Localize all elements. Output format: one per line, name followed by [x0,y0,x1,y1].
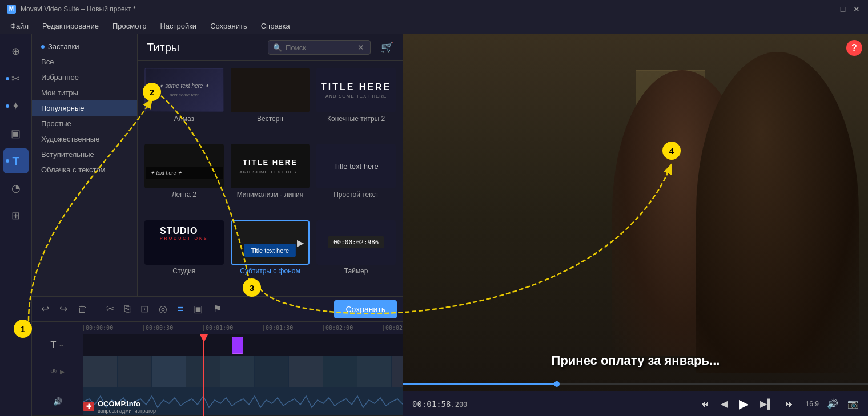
title-bar: M Movavi Video Suite – Новый проект * — … [0,0,868,18]
subtitle-track-header: T ↔ [32,334,83,356]
separator-1 [97,302,97,316]
vid-thumb-9 [357,356,392,387]
split-track-button[interactable]: ≡ [174,301,187,317]
screensavers-label: Заставки [48,42,79,51]
save-button[interactable]: Сохранить [334,300,397,318]
menu-save[interactable]: Сохранить [204,20,253,32]
category-all[interactable]: Все [32,54,137,70]
timeline-toolbar: ↩ ↪ 🗑 ✂ ⎘ ⊡ ◎ ≡ ▣ ⚑ Сохранить [32,297,403,322]
main-layout: ⊕ ✂ ✦ ▣ T ◔ ⊞ [0,34,868,416]
add-media-button[interactable]: ⊕ [3,39,29,64]
thumb-lenta2[interactable]: ✦ text here ✦ Лента 2 [144,144,224,213]
volume-icon[interactable]: 🔊 [827,398,838,409]
dot-indicator-2 [6,104,9,108]
thumb-almazny-label: Алмаз [144,115,224,123]
vid-thumb-8 [323,356,357,387]
clip-properties-button[interactable]: ▣ [190,301,206,317]
thumb-subtitry[interactable]: Title text here ▶ Субтитры с фоном [231,220,310,289]
audio-track-header: 🔊 [32,387,83,415]
undo-button[interactable]: ↩ [38,301,53,317]
titles-panel: Заставки Все Избранное Мои титры Популяр… [32,34,403,297]
redo-button[interactable]: ↪ [56,301,71,317]
copy-button[interactable]: ⎘ [121,301,134,317]
go-start-button[interactable]: ⏮ [697,397,713,411]
timer-button[interactable]: ◔ [3,176,29,201]
tajmer-time-display: 00:00:02:986 [328,236,384,248]
time-display: 00:01:58.200 [412,399,467,409]
text-icon: T [12,155,19,168]
transitions-button[interactable]: ▣ [3,121,29,146]
watermark-plus-icon: ✚ [86,403,91,410]
video-track-header: 👁 ▶ [32,356,83,387]
search-icon: 🔍 [273,43,282,52]
film-scene: Принес оплату за январь... ? [403,34,868,391]
menu-help[interactable]: Справка [255,20,296,32]
search-clear-button[interactable]: ✕ [357,43,364,52]
thumb-prostoy-label: Простой текст [316,191,396,199]
watermark-text-block: OCOMP.info вопросы администратор [98,399,156,414]
category-speech-bubble[interactable]: Облачка с текстом [32,162,137,177]
thumb-vestern[interactable]: Вестерн [231,68,310,137]
effects-button[interactable]: ✦ [3,94,29,119]
video-track-icon: 👁 [50,367,58,376]
maximize-button[interactable]: □ [838,5,847,14]
go-end-button[interactable]: ⏭ [782,397,798,411]
thumb-subtitry-label: Субтитры с фоном [231,267,310,275]
category-intro[interactable]: Вступительные [32,147,137,162]
screenshot-icon[interactable]: 📷 [847,398,859,409]
audio-track-icon: 🔊 [53,397,62,406]
subtitle-track-icon: T [51,340,57,350]
minimize-button[interactable]: — [825,5,834,14]
category-popular[interactable]: Популярные [32,100,137,116]
screensavers-header[interactable]: Заставки [32,39,137,54]
close-button[interactable]: ✕ [852,5,861,14]
progress-dot [554,381,560,387]
thumb-prostoy[interactable]: Title text here Простой текст [316,144,396,213]
help-button[interactable]: ? [846,40,862,56]
split-icon: ▣ [11,127,21,140]
vid-thumb-5 [220,356,255,387]
vid-thumb-10 [392,356,403,387]
subtitle-track-row: T ↔ [32,334,403,356]
thumb-studiya[interactable]: STUDIO PRODUCTIONS Студия [144,220,224,289]
menu-bar: Файл Редактирование Просмотр Настройки С… [0,18,868,34]
category-my-titles[interactable]: Мои титры [32,85,137,100]
video-track-content[interactable] [83,356,403,387]
cart-icon[interactable]: 🛒 [381,41,393,54]
next-frame-button[interactable]: ▶▌ [757,396,777,411]
cut-button[interactable]: ✂ [3,66,29,91]
search-input[interactable] [286,43,354,52]
progress-bar[interactable] [403,383,868,385]
menu-edit[interactable]: Редактирование [37,20,105,32]
menu-file[interactable]: Файл [5,20,34,32]
delete-button[interactable]: 🗑 [74,301,91,317]
timeline-tracks: T ↔ 👁 ▶ [32,334,403,416]
prev-frame-button[interactable]: ◀ [717,396,731,411]
grid-button[interactable]: ⊞ [3,203,29,228]
category-simple[interactable]: Простые [32,116,137,131]
dot-indicator [6,77,9,80]
menu-settings[interactable]: Настройки [154,20,202,32]
play-button[interactable]: ▶ [736,394,752,414]
titles-button[interactable]: T [3,148,29,173]
video-track-sub: ▶ [60,369,65,375]
thumb-konechnye[interactable]: TITLE HERE AND SOME TEXT HERE Конечные т… [316,68,396,137]
titles-heading: Титры [147,41,179,54]
dot-indicator-3 [6,159,9,163]
cut-clip-button[interactable]: ✂ [103,301,118,317]
subtitle-track-content[interactable] [83,334,403,356]
menu-view[interactable]: Просмотр [107,20,152,32]
subtitle-clip[interactable] [232,337,243,354]
person2 [696,52,859,373]
film-subtitle-bar: Принес оплату за январь... [403,353,868,368]
flag-button[interactable]: ⚑ [210,301,225,317]
thumb-tajmer[interactable]: 00:00:02:986 Таймер [316,220,396,289]
thumb-minimalizm[interactable]: TITLE HERE AND SOME TEXT HERE Минимализм… [231,144,310,213]
left-toolbar: ⊕ ✂ ✦ ▣ T ◔ ⊞ [0,34,32,416]
category-favorites[interactable]: Избранное [32,70,137,85]
thumb-almazny[interactable]: ✦ some text here ✦and some text Алмаз [144,68,224,137]
watermark: ✚ OCOMP.info вопросы администратор [83,399,156,414]
crop-button[interactable]: ⊡ [137,301,152,317]
filter-button[interactable]: ◎ [155,301,171,317]
category-artistic[interactable]: Художественные [32,131,137,147]
